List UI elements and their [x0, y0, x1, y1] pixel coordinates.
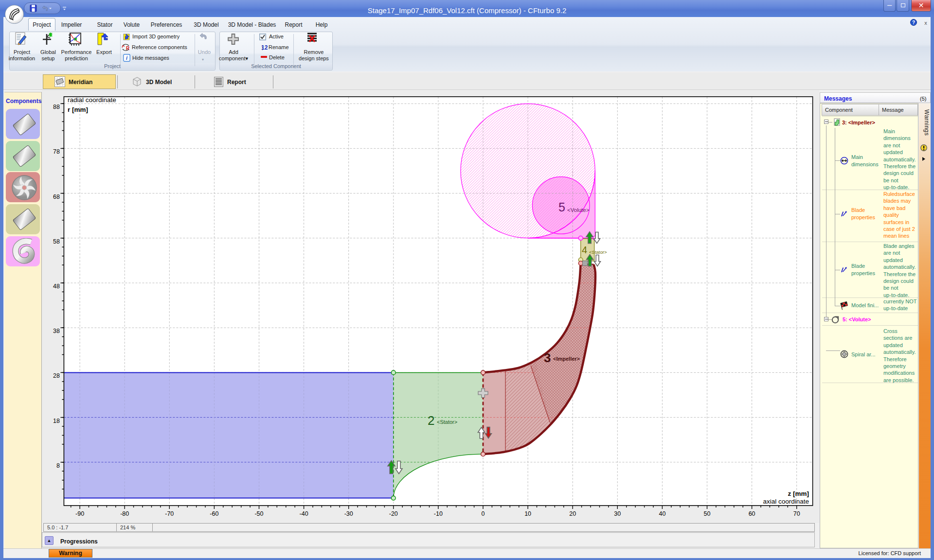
svg-text:88: 88 [53, 104, 60, 110]
svg-text:30: 30 [614, 510, 621, 517]
svg-text:-80: -80 [120, 510, 129, 517]
svg-text:-50: -50 [254, 510, 263, 517]
svg-text:R: R [126, 46, 130, 51]
svg-text:-60: -60 [210, 510, 218, 517]
svg-text:38: 38 [53, 328, 60, 334]
svg-text:<Stator>: <Stator> [589, 249, 607, 255]
svg-text:50: 50 [704, 510, 711, 517]
svg-text:<Impeller>: <Impeller> [553, 356, 580, 362]
svg-text:40: 40 [659, 510, 665, 517]
svg-text:28: 28 [53, 372, 60, 379]
svg-text:48: 48 [53, 283, 60, 290]
svg-text:0: 0 [482, 510, 485, 517]
svg-text:z [mm]: z [mm] [788, 490, 809, 497]
svg-text:axial coordinate: axial coordinate [763, 498, 809, 505]
svg-text:-90: -90 [75, 510, 84, 517]
svg-text:60: 60 [749, 510, 755, 517]
svg-text:68: 68 [53, 193, 60, 200]
svg-text:18: 18 [53, 418, 60, 424]
svg-text:<Stator>: <Stator> [437, 419, 457, 425]
svg-text:-10: -10 [434, 510, 443, 517]
svg-text:70: 70 [793, 510, 800, 517]
svg-text:2: 2 [428, 413, 434, 428]
svg-text:10: 10 [524, 510, 531, 517]
svg-text:<Volute>: <Volute> [567, 207, 590, 213]
svg-text:4: 4 [582, 245, 587, 255]
svg-text:r [mm]: r [mm] [68, 106, 88, 113]
svg-text:radial coordinate: radial coordinate [68, 96, 116, 104]
svg-text:?: ? [912, 20, 915, 25]
svg-text:5: 5 [558, 200, 565, 214]
svg-text:8: 8 [56, 462, 60, 469]
svg-text:78: 78 [53, 148, 60, 155]
svg-text:-70: -70 [165, 510, 174, 517]
svg-text:-40: -40 [300, 510, 308, 517]
svg-text:3: 3 [544, 350, 551, 365]
svg-text:20: 20 [569, 510, 576, 517]
svg-text:58: 58 [53, 238, 60, 245]
svg-text:-20: -20 [389, 510, 398, 517]
svg-text:-30: -30 [344, 510, 353, 517]
svg-text:x: x [924, 20, 927, 26]
